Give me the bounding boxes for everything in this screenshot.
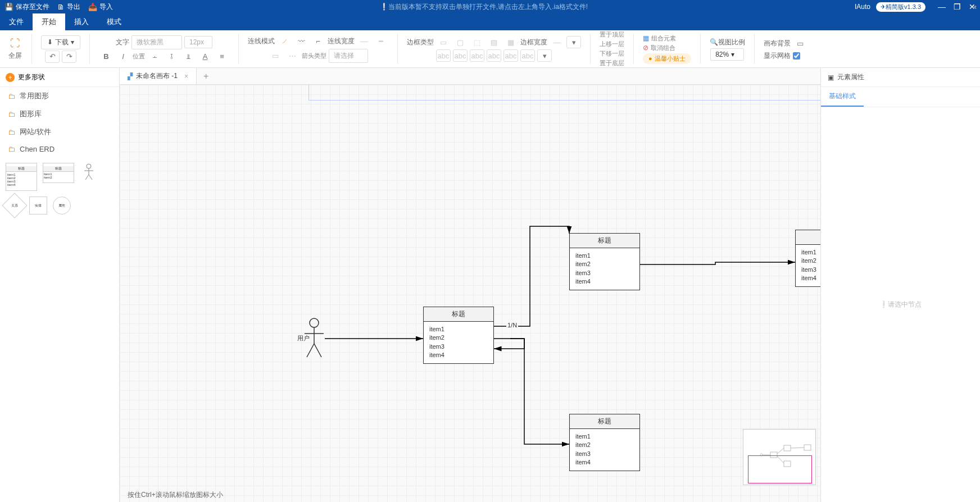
bw2-icon[interactable]: ▾ xyxy=(566,36,581,48)
cat-common[interactable]: 🗀常用图形 xyxy=(0,87,119,105)
border-width-label: 边框宽度 xyxy=(520,38,547,47)
erd-node-1[interactable]: 标题 item1 item2 item3 item4 xyxy=(423,307,494,364)
fullscreen-icon[interactable]: ⛶ xyxy=(8,38,22,50)
menu-mode[interactable]: 模式 xyxy=(98,13,130,30)
redo-button[interactable]: ↷ xyxy=(62,51,76,63)
abc4-icon[interactable]: abc xyxy=(487,49,501,62)
group-icon: ▦ xyxy=(643,34,649,42)
abc5-icon[interactable]: abc xyxy=(503,49,518,62)
actor-label: 用户 xyxy=(297,334,310,343)
bt4-icon[interactable]: ▨ xyxy=(487,36,501,48)
text-label: 文字 xyxy=(116,38,129,47)
view-ratio-label: 🔍视图比例 xyxy=(710,38,745,47)
shape-erd-small[interactable]: 标题 item1 item2 xyxy=(43,163,74,183)
border-type-label: 边框类型 xyxy=(407,38,434,47)
tab-close-button[interactable]: × xyxy=(184,72,188,80)
prop-tab-basic[interactable]: 基础样式 xyxy=(821,87,864,107)
minimize-button[interactable]: — xyxy=(938,2,946,11)
menu-file[interactable]: 文件 xyxy=(0,13,33,30)
cat-chenerd[interactable]: 🗀Chen ERD xyxy=(0,141,119,157)
bt2-icon[interactable]: ▢ xyxy=(453,36,468,48)
shape-attribute[interactable]: 属性 xyxy=(53,197,71,215)
show-grid-checkbox[interactable] xyxy=(793,52,800,60)
abc1-icon[interactable]: abc xyxy=(436,49,451,62)
svg-line-3 xyxy=(85,175,89,180)
zoom-select[interactable]: 82% ▾ xyxy=(710,48,744,61)
abc6-icon[interactable]: abc xyxy=(520,49,535,62)
tip-badge[interactable]: ●温馨小贴士 xyxy=(643,53,691,64)
para-button[interactable]: ≡ xyxy=(215,51,229,63)
tabs: ▞ 未命名画布 -1 × + xyxy=(120,68,820,85)
line-straight-icon[interactable]: ⟋ xyxy=(277,35,292,48)
import-button[interactable]: 📥导入 xyxy=(88,2,113,12)
more-shapes-button[interactable]: + 更多形状 ‹ xyxy=(0,68,119,87)
save-label: 保存至文件 xyxy=(16,2,49,12)
abc3-icon[interactable]: abc xyxy=(470,49,484,62)
download-button[interactable]: ⬇ 下载 ▾ xyxy=(41,35,80,49)
layer-up[interactable]: 上移一层 xyxy=(600,40,624,48)
undo-button[interactable]: ↶ xyxy=(45,51,60,63)
cat-website[interactable]: 🗀网站/软件 xyxy=(0,123,119,141)
tab-add-button[interactable]: + xyxy=(197,71,215,81)
tab-label: 未命名画布 -1 xyxy=(136,71,178,81)
bt1-icon[interactable]: ▭ xyxy=(436,36,451,48)
shape-actor[interactable] xyxy=(80,163,98,181)
lw-thin-icon[interactable]: — xyxy=(357,35,371,48)
canvas-bg-color[interactable]: ▭ xyxy=(793,38,807,50)
folder-icon: 🗀 xyxy=(8,110,15,118)
maximize-button[interactable]: ❐ xyxy=(954,2,961,11)
save-button[interactable]: 💾保存至文件 xyxy=(4,2,49,12)
shape-entity[interactable]: 实体 xyxy=(29,197,47,215)
erd-node-4[interactable]: 标题 item1 item2 item3 item4 xyxy=(795,230,820,287)
bw1-icon[interactable]: — xyxy=(550,36,564,48)
canvas[interactable]: 1/N 用户 标题 item1 item2 item3 xyxy=(120,85,820,502)
font-size-select[interactable]: 12px xyxy=(184,36,212,48)
align-mid-button[interactable]: ⫱ xyxy=(164,51,179,63)
export-button[interactable]: 🗎导出 xyxy=(57,2,80,12)
bt5-icon[interactable]: ▦ xyxy=(503,36,518,48)
bold-button[interactable]: B xyxy=(99,51,114,63)
menu-insert[interactable]: 插入 xyxy=(65,13,98,30)
abc2-icon[interactable]: abc xyxy=(453,49,468,62)
sidebar-right: ▣ 元素属性 × 基础样式 ❕请选中节点 xyxy=(820,68,980,502)
shape-relation[interactable]: 关系 xyxy=(2,193,27,218)
italic-button[interactable]: I xyxy=(116,51,130,63)
line-style-icon[interactable]: ⋯ xyxy=(285,49,300,62)
menubar: 文件 开始 插入 模式 xyxy=(0,13,980,30)
layer-bottom[interactable]: 置于底层 xyxy=(600,59,624,67)
abc-more-icon[interactable]: ▾ xyxy=(537,49,552,62)
line-color-icon[interactable]: ▭ xyxy=(268,49,283,62)
align-top-button[interactable]: ⫠ xyxy=(147,51,162,63)
fullscreen-label: 全屏 xyxy=(8,51,22,61)
erd-item: item2 xyxy=(801,257,820,265)
erd-item: item4 xyxy=(575,458,634,467)
bt3-icon[interactable]: ⬚ xyxy=(470,36,484,48)
line-curve-icon[interactable]: 〰 xyxy=(294,35,308,48)
edges-svg xyxy=(120,85,820,502)
minimap[interactable] xyxy=(743,429,816,485)
shape-erd-big[interactable]: 标题 item1 item2 item3 item4 xyxy=(6,163,37,191)
group-button[interactable]: 组合元素 xyxy=(651,34,676,43)
plus-icon: + xyxy=(6,73,15,82)
tab-canvas-1[interactable]: ▞ 未命名画布 -1 × xyxy=(120,68,197,84)
font-select[interactable]: 微软雅黑 xyxy=(131,35,182,49)
arrow-select[interactable]: 请选择 xyxy=(329,49,368,63)
props-header: ▣ 元素属性 × xyxy=(821,68,980,87)
erd-title: 标题 xyxy=(570,234,639,248)
minimap-viewport[interactable] xyxy=(748,455,812,483)
layer-top[interactable]: 置于顶层 xyxy=(600,30,624,39)
line-ortho-icon[interactable]: ⌐ xyxy=(311,35,325,48)
titlebar: 💾保存至文件 🗎导出 📥导入 ❕当前版本暂不支持双击单独打开文件,请点击左上角导… xyxy=(0,0,980,13)
lw-thick-icon[interactable]: ━ xyxy=(374,35,388,48)
align-bot-button[interactable]: ⫫ xyxy=(181,51,196,63)
ungroup-button[interactable]: 取消组合 xyxy=(651,44,675,52)
erd-node-3[interactable]: 标题 item1 item2 item3 item4 xyxy=(569,414,640,471)
cat-library[interactable]: 🗀图形库 xyxy=(0,105,119,123)
menu-start[interactable]: 开始 xyxy=(33,13,65,30)
layer-down[interactable]: 下移一层 xyxy=(600,49,624,58)
sidebar-right-close[interactable]: × xyxy=(973,3,977,11)
font-color-button[interactable]: A xyxy=(198,51,212,63)
erd-node-2[interactable]: 标题 item1 item2 item3 item4 xyxy=(569,233,640,290)
erd-item: item2 xyxy=(429,334,488,342)
svg-line-4 xyxy=(89,175,92,180)
